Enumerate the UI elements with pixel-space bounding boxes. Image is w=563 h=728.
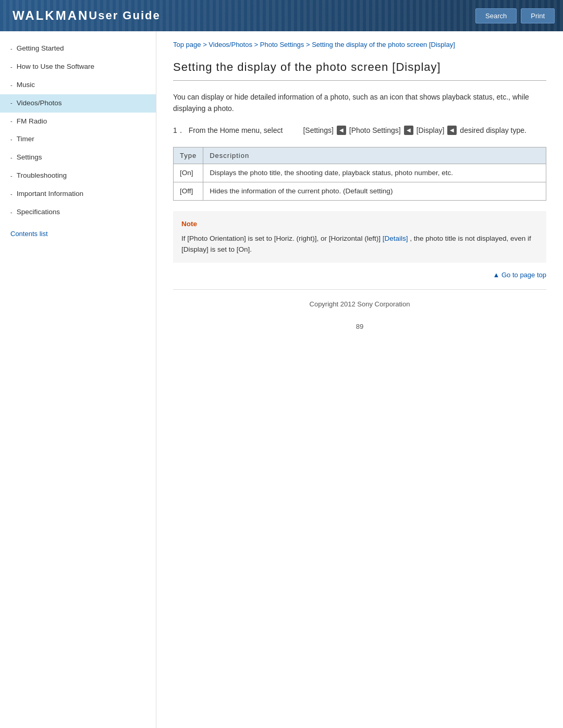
page-title: Setting the display of the photo screen … xyxy=(173,60,546,81)
table-row: [On] Displays the photo title, the shoot… xyxy=(174,164,546,182)
sidebar-item-timer[interactable]: - Timer xyxy=(0,130,156,149)
bullet-icon: - xyxy=(10,45,13,53)
page-number: 89 xyxy=(173,323,546,330)
bullet-icon: - xyxy=(10,172,13,180)
breadcrumb-top-page[interactable]: Top page xyxy=(173,41,201,48)
note-box: Note If [Photo Orientation] is set to [H… xyxy=(173,211,546,263)
copyright-text: Copyright 2012 Sony Corporation xyxy=(310,300,410,308)
sidebar-label-specifications: Specifications xyxy=(17,207,60,217)
step-suffix: desired display type. xyxy=(460,125,527,136)
sidebar-item-how-to-use[interactable]: - How to Use the Software xyxy=(0,58,156,76)
table-cell-desc-off: Hides the information of the current pho… xyxy=(203,182,546,200)
sidebar-label-settings: Settings xyxy=(17,153,42,163)
table-cell-type-off: [Off] xyxy=(174,182,203,200)
bullet-icon: - xyxy=(10,154,13,162)
search-button[interactable]: Search xyxy=(475,8,517,23)
settings-label: [Settings] xyxy=(303,125,333,136)
sidebar-label-music: Music xyxy=(17,80,35,90)
sidebar-item-specifications[interactable]: - Specifications xyxy=(0,203,156,221)
print-button[interactable]: Print xyxy=(521,8,555,23)
step-prefix: From the Home menu, select xyxy=(189,125,283,136)
go-to-top-link[interactable]: ▲ Go to page top xyxy=(493,271,547,279)
description-text: You can display or hide detailed informa… xyxy=(173,91,546,115)
bullet-icon: - xyxy=(10,63,13,71)
sidebar-item-videos-photos[interactable]: - Videos/Photos xyxy=(0,94,156,113)
sidebar-item-troubleshooting[interactable]: - Troubleshooting xyxy=(0,167,156,185)
header-buttons: Search Print xyxy=(475,0,563,31)
table-cell-desc-on: Displays the photo title, the shooting d… xyxy=(203,164,546,182)
sidebar-label-how-to-use: How to Use the Software xyxy=(17,62,94,72)
sidebar-label-getting-started: Getting Started xyxy=(17,44,64,54)
sidebar-item-settings[interactable]: - Settings xyxy=(0,149,156,167)
header-title: WALKMAN User Guide xyxy=(0,0,173,31)
note-title: Note xyxy=(181,218,538,230)
details-link[interactable]: [Details] xyxy=(383,235,408,242)
bullet-icon: - xyxy=(10,117,13,125)
display-label: [Display] xyxy=(417,125,445,136)
breadcrumb-videos-photos[interactable]: Videos/Photos xyxy=(209,41,252,48)
sidebar-item-fm-radio[interactable]: - FM Radio xyxy=(0,113,156,131)
table-row: [Off] Hides the information of the curre… xyxy=(174,182,546,200)
breadcrumb-sep2: > xyxy=(254,41,260,48)
breadcrumb-current[interactable]: Setting the display of the photo screen … xyxy=(312,41,455,48)
go-to-top: ▲ Go to page top xyxy=(173,271,546,279)
photo-settings-label: [Photo Settings] xyxy=(349,125,401,136)
header: WALKMAN User Guide Search Print xyxy=(0,0,563,31)
sidebar-label-fm-radio: FM Radio xyxy=(17,117,47,127)
sidebar-item-getting-started[interactable]: - Getting Started xyxy=(0,40,156,58)
note-text-before: If [Photo Orientation] is set to [Horiz.… xyxy=(181,235,381,242)
breadcrumb-sep1: > xyxy=(203,41,209,48)
walkman-label: WALKMAN xyxy=(13,8,89,23)
step-number: 1． xyxy=(173,125,185,136)
arrow-icon-2: ◀ xyxy=(404,126,413,135)
main-content: Top page > Videos/Photos > Photo Setting… xyxy=(156,31,563,728)
sidebar-label-videos-photos: Videos/Photos xyxy=(17,98,62,108)
breadcrumb-photo-settings[interactable]: Photo Settings xyxy=(260,41,304,48)
arrow-icon-3: ◀ xyxy=(447,126,457,135)
display-type-table: Type Description [On] Displays the photo… xyxy=(173,147,546,201)
bullet-icon: - xyxy=(10,208,13,216)
table-header-description: Description xyxy=(203,147,546,164)
breadcrumb: Top page > Videos/Photos > Photo Setting… xyxy=(173,40,546,50)
sidebar: - Getting Started - How to Use the Softw… xyxy=(0,31,156,728)
contents-list-link[interactable]: Contents list xyxy=(0,221,156,242)
sidebar-item-important-information[interactable]: - Important Information xyxy=(0,185,156,203)
table-header-type: Type xyxy=(174,147,203,164)
arrow-icon-1: ◀ xyxy=(337,126,346,135)
step-1: 1． From the Home menu, select [Settings]… xyxy=(173,125,546,136)
table-cell-type-on: [On] xyxy=(174,164,203,182)
sidebar-label-important-information: Important Information xyxy=(17,189,83,199)
bullet-icon: - xyxy=(10,99,13,107)
step-text: From the Home menu, select [Settings] ◀ … xyxy=(189,125,527,136)
layout: - Getting Started - How to Use the Softw… xyxy=(0,31,563,728)
breadcrumb-sep3: > xyxy=(306,41,312,48)
bullet-icon: - xyxy=(10,135,13,143)
bullet-icon: - xyxy=(10,190,13,198)
sidebar-item-music[interactable]: - Music xyxy=(0,76,156,94)
bullet-icon: - xyxy=(10,81,13,89)
user-guide-label: User Guide xyxy=(89,9,160,22)
sidebar-label-timer: Timer xyxy=(17,134,34,144)
sidebar-label-troubleshooting: Troubleshooting xyxy=(17,171,67,181)
footer: Copyright 2012 Sony Corporation xyxy=(173,289,546,318)
